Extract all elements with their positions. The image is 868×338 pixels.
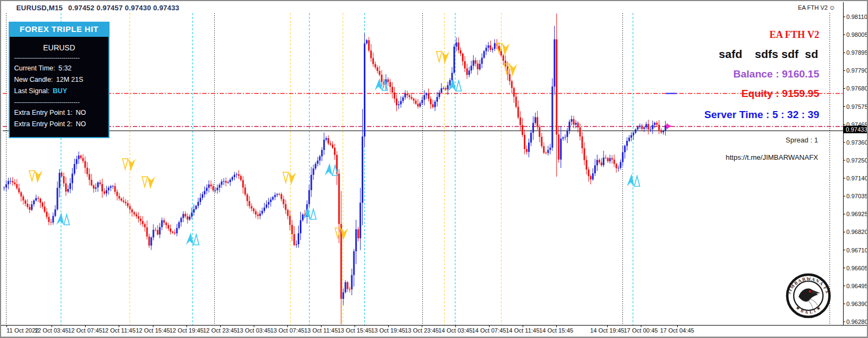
buy-arrow-icon <box>325 163 338 176</box>
bird-eye-icon <box>809 290 812 293</box>
current-price-pointer-icon <box>666 123 672 129</box>
time-axis[interactable]: 11 Oct 202212 Oct 03:4512 Oct 07:4512 Oc… <box>1 326 868 335</box>
time-axis-label: 13 Oct 15:45 <box>338 327 372 334</box>
ea-name-label: EA FTH V2 <box>798 4 828 11</box>
last-signal-label: Last Signal: <box>14 87 49 95</box>
panel-symbol: EURUSD <box>14 43 104 52</box>
price-axis-label: 0.96925 <box>846 211 868 217</box>
time-axis-label: 12 Oct 11:45 <box>102 327 136 334</box>
price-axis-label: 0.98005 <box>846 31 868 38</box>
current-time-value: 5:32 <box>59 64 72 72</box>
price-axis-label: 0.97790 <box>846 67 868 74</box>
time-axis-label: 12 Oct 19:45 <box>170 327 204 334</box>
time-axis-label: 13 Oct 19:45 <box>371 327 406 334</box>
extra-entry-1-label: Extra Entry Point 1: <box>14 109 73 116</box>
panel-extra2-row: Extra Entry Point 2:NO <box>14 120 104 128</box>
time-axis-label: 13 Oct 07:45 <box>271 327 305 334</box>
panel-new-candle-row: New Candle:12M 21S <box>14 76 104 83</box>
time-axis-label: 17 Oct 04:45 <box>660 327 695 334</box>
sell-arrow-icon <box>123 159 136 171</box>
server-time-text: Server Time : 5 : 32 : 39 <box>704 109 819 121</box>
price-axis-label: 0.96495 <box>846 283 868 289</box>
time-axis-label: 12 Oct 23:45 <box>203 327 237 334</box>
panel-divider: --------------------------------- <box>14 54 104 61</box>
price-axis[interactable]: 0.981100.980050.978950.977900.976800.975… <box>843 1 868 325</box>
time-axis-label: 14 Oct 19:45 <box>590 327 625 334</box>
chart-ohlc-values: 0.97452 0.97457 0.97430 0.97433 <box>68 4 179 12</box>
time-axis-label: 12 Oct 15:45 <box>136 327 170 334</box>
sell-arrow-icon <box>29 171 42 183</box>
panel-current-time-row: Current Time:5:32 <box>14 64 104 72</box>
price-axis-label: 0.96390 <box>846 301 868 307</box>
extra-entry-1-value: NO <box>76 109 86 116</box>
vertical-separators <box>7 13 830 325</box>
panel-extra1-row: Extra Entry Point 1:NO <box>14 109 104 116</box>
time-axis-label: 17 Oct 00:45 <box>624 327 658 334</box>
chart-title: EURUSD,M150.97452 0.97457 0.97430 0.9743… <box>16 4 179 12</box>
extra-entry-2-value: NO <box>76 120 86 128</box>
ea-title-watermark: EA FTH V2 <box>769 29 819 41</box>
ea-status-corner: EA FTH V2☺ <box>798 4 835 11</box>
time-axis-label: 14 Oct 03:45 <box>439 327 473 334</box>
signal-arrows-layer <box>29 43 672 245</box>
ea-panel-title: FOREX TRIPLE HIT <box>9 22 110 37</box>
time-axis-label: 12 Oct 07:45 <box>68 327 102 334</box>
price-axis-label: 0.97140 <box>846 175 868 181</box>
price-axis-label: 0.96820 <box>846 229 868 235</box>
time-axis-label: 11 Oct 2022 <box>7 327 38 334</box>
time-axis-label: 13 Oct 11:45 <box>304 327 338 334</box>
time-axis-label: 12 Oct 03:45 <box>35 327 69 334</box>
jimbarwana-stamp-logo: JIMBARWANA FX★ B A L I ★ <box>786 275 831 317</box>
price-axis-label: 0.97575 <box>846 103 868 110</box>
ea-enabled-smiley-icon: ☺ <box>829 4 835 11</box>
price-axis-label: 0.96605 <box>846 265 868 271</box>
time-axis-label: 13 Oct 23:45 <box>405 327 439 334</box>
price-axis-label: 0.96710 <box>846 247 868 253</box>
price-axis-label: 0.97680 <box>846 85 868 92</box>
sell-arrow-icon <box>497 43 510 56</box>
equity-text: Equity : 9159.95 <box>741 88 819 100</box>
time-axis-label: 13 Oct 03:45 <box>237 327 271 334</box>
telegram-link-text: https://t.me/JIMBARWANAFX <box>726 153 818 161</box>
current-time-label: Current Time: <box>14 64 55 72</box>
price-axis-label: 0.97250 <box>846 157 868 164</box>
ea-panel-body: EURUSD ---------------------------------… <box>9 37 110 138</box>
ea-info-panel: FOREX TRIPLE HIT EURUSD ----------------… <box>9 22 110 138</box>
current-price-badge: 0.97433 <box>844 126 868 133</box>
chart-window: JIMBARWANA FX★ B A L I ★ EURUSD,M150.974… <box>0 0 868 338</box>
time-axis-label: 14 Oct 07:45 <box>472 327 506 334</box>
price-axis-label: 0.97035 <box>846 193 868 199</box>
price-axis-label: 0.97360 <box>846 139 868 146</box>
new-candle-label: New Candle: <box>14 76 53 83</box>
last-signal-value: BUY <box>53 87 67 95</box>
extra-entry-2-label: Extra Entry Point 2: <box>14 120 73 128</box>
price-axis-label: 0.96280 <box>846 318 868 325</box>
text-watermark: safd sdfs sdf sd <box>719 48 818 61</box>
time-axis-label: 14 Oct 15:45 <box>539 327 574 334</box>
balance-text: Balance : 9160.15 <box>734 68 819 80</box>
spread-text: Spread : 1 <box>786 136 818 144</box>
sell-arrow-icon <box>142 177 155 189</box>
panel-last-signal-row: Last Signal:BUY <box>14 87 104 95</box>
sell-arrow-icon <box>436 51 449 64</box>
sell-arrow-icon <box>283 172 296 185</box>
price-axis-label: 0.98110 <box>846 14 867 20</box>
new-candle-value: 12M 21S <box>56 76 83 83</box>
chart-symbol-period: EURUSD,M15 <box>16 4 63 12</box>
time-axis-label: 14 Oct 11:45 <box>506 327 539 334</box>
buy-arrow-icon <box>56 212 69 225</box>
panel-divider-2: --------------------------------- <box>14 99 104 105</box>
price-axis-label: 0.97895 <box>846 49 868 56</box>
